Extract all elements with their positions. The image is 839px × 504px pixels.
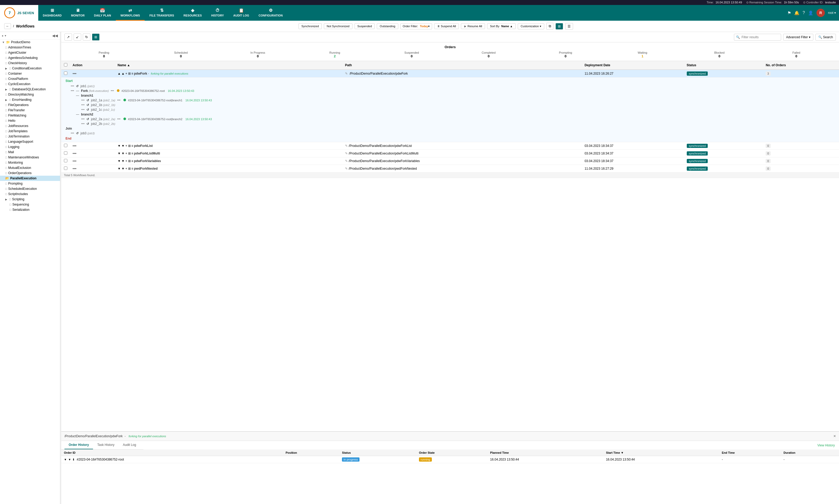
filter-input[interactable]: [734, 34, 781, 40]
sidebar-item-directorywatching[interactable]: □ DirectoryWatching: [0, 92, 60, 97]
sidebar-item-checkhistory[interactable]: □ CheckHistory: [0, 60, 60, 66]
list-icon[interactable]: ≡: [132, 144, 133, 148]
grid-icon[interactable]: ⊞: [128, 167, 131, 170]
workflow-name[interactable]: pdwForkVariables: [134, 159, 161, 163]
download-icon[interactable]: ⬇: [72, 458, 75, 461]
sidebar-item-parallelexecution[interactable]: 📂 ParallelExecution: [0, 176, 60, 181]
down-icon[interactable]: ▼: [122, 167, 125, 170]
detail-close-button[interactable]: ×: [834, 434, 836, 438]
nav-audit-log[interactable]: 📋 AUDIT LOG: [228, 5, 254, 21]
action-menu-button[interactable]: •••: [73, 151, 76, 156]
nav-daily-plan[interactable]: 📅 DAILY PLAN: [89, 5, 116, 21]
sidebar-item-databasesqlexecution[interactable]: ▶ □ DatabaseSQLExecution: [0, 87, 60, 92]
sidebar-item-filetransfer[interactable]: □ FileTransfer: [0, 108, 60, 113]
sidebar-item-monitoring[interactable]: □ Monitoring: [0, 160, 60, 165]
sidebar-collapse-all-button[interactable]: ▾: [5, 34, 6, 37]
sidebar-item-scriptincludes[interactable]: □ ScriptIncludes: [0, 192, 60, 197]
sidebar-item-scheduledexecution[interactable]: □ ScheduledExecution: [0, 186, 60, 192]
nav-resources[interactable]: ◈ RESOURCES: [179, 5, 207, 21]
grid-icon[interactable]: ⊞: [128, 72, 131, 75]
row-checkbox[interactable]: [64, 166, 67, 170]
filter-synchronized-button[interactable]: Synchronized: [298, 23, 322, 29]
sidebar-item-filewatching[interactable]: □ FileWatching: [0, 113, 60, 118]
tab-order-history[interactable]: Order History: [65, 441, 93, 449]
sidebar-expand-all-button[interactable]: ▸: [2, 34, 4, 37]
sidebar-item-agentlessscheduling[interactable]: □ AgentlessScheduling: [0, 55, 60, 60]
sidebar-item-agentcluster[interactable]: □ AgentCluster: [0, 50, 60, 55]
customization-button[interactable]: Customization ▾: [518, 23, 544, 29]
order-filter-button[interactable]: Order Filter: Today▾: [400, 23, 432, 29]
down-icon[interactable]: ▼: [122, 151, 125, 155]
sidebar-item-jobtemplates[interactable]: □ JobTemplates: [0, 129, 60, 134]
sort-by-button[interactable]: Sort By Name ▲: [487, 23, 515, 29]
nav-history[interactable]: ⏱ HISTORY: [207, 5, 228, 21]
down-icon[interactable]: ▼: [118, 159, 121, 163]
refresh-button[interactable]: ↻: [83, 34, 90, 40]
nav-dashboard[interactable]: ⊞ DASHBOARD: [38, 5, 67, 21]
user-switch-icon[interactable]: 👤: [808, 11, 813, 15]
root-label[interactable]: root ▾: [828, 11, 836, 15]
filter-not-synchronized-button[interactable]: Not Synchronized: [324, 23, 352, 29]
bell-icon[interactable]: 🔔: [794, 11, 800, 15]
nav-monitor[interactable]: 🖥 MONITOR: [66, 5, 89, 21]
list-view-button[interactable]: ☰: [565, 23, 573, 30]
help-icon[interactable]: ?: [803, 11, 805, 15]
resume-all-button[interactable]: ⏵ Resume All: [461, 23, 485, 29]
sidebar-item-container[interactable]: □ Container: [0, 71, 60, 76]
copy-button[interactable]: ⧉: [546, 23, 554, 30]
sidebar-item-cyclicexecution[interactable]: □ CyclicExecution: [0, 82, 60, 87]
grid-view-button[interactable]: ⊞: [556, 23, 563, 30]
sidebar-collapse-button[interactable]: ◀◀: [52, 34, 58, 38]
expand-icon[interactable]: ▲: [118, 72, 121, 75]
down-icon[interactable]: ▼: [118, 167, 121, 170]
add-icon[interactable]: +: [125, 167, 127, 170]
action-menu-button[interactable]: •••: [73, 159, 76, 163]
sidebar-item-maintenancewindows[interactable]: □ MaintenanceWindows: [0, 155, 60, 160]
grid-icon[interactable]: ⊞: [128, 144, 131, 148]
suspend-all-button[interactable]: ⏸ Suspend All: [434, 23, 459, 29]
flag-icon[interactable]: ⚑: [787, 11, 791, 15]
filter-suspended-button[interactable]: Suspended: [354, 23, 375, 29]
sidebar-item-fileoperations[interactable]: □ FileOperations: [0, 102, 60, 108]
action-menu-button[interactable]: •••: [73, 166, 76, 171]
row-checkbox[interactable]: [64, 71, 67, 75]
view-history-link[interactable]: View History: [818, 442, 839, 449]
sidebar-item-serialization[interactable]: □ Serialization: [0, 207, 60, 212]
advanced-filter-button[interactable]: Advanced Filter ▾: [783, 34, 813, 40]
list-icon[interactable]: ≡: [132, 159, 133, 163]
sidebar-item-languagesupport[interactable]: □ LanguageSupport: [0, 139, 60, 144]
sidebar-item-errorhandling[interactable]: ▶ □ ErrorHandling: [0, 97, 60, 102]
action-menu-button[interactable]: •••: [73, 71, 76, 76]
search-button[interactable]: 🔍 Search: [816, 34, 836, 40]
grid-icon[interactable]: ⊞: [128, 159, 131, 163]
nav-file-transfers[interactable]: ⇅ FILE TRANSFERS: [145, 5, 179, 21]
add-icon[interactable]: +: [125, 144, 127, 148]
workflow-name[interactable]: pdwForkListMulti: [134, 151, 160, 155]
sidebar-item-admissiontimes[interactable]: □ AdmissionTimes: [0, 45, 60, 50]
sidebar-item-jobtermination[interactable]: □ JobTermination: [0, 134, 60, 139]
nav-configuration[interactable]: ⚙ CONFIGURATION: [254, 5, 287, 21]
sidebar-item-crossplatform[interactable]: □ CrossPlatform: [0, 76, 60, 82]
expand-row-icon[interactable]: ▼: [64, 458, 67, 461]
up-icon[interactable]: ▲: [122, 72, 125, 75]
sidebar-item-hello[interactable]: □ Hello: [0, 118, 60, 123]
filter-outstanding-button[interactable]: Outstanding: [377, 23, 398, 29]
add-icon[interactable]: +: [125, 72, 127, 75]
avatar[interactable]: R: [817, 8, 825, 17]
select-all-checkbox[interactable]: [64, 63, 67, 67]
sidebar-item-jobresources[interactable]: □ JobResources: [0, 123, 60, 129]
row-checkbox[interactable]: [64, 159, 67, 162]
sidebar-item-logging[interactable]: □ Logging: [0, 144, 60, 149]
down-icon[interactable]: ▼: [122, 144, 125, 148]
sidebar-item-conditionalexecution[interactable]: ▶ □ ConditionalExecution: [0, 66, 60, 71]
tab-task-history[interactable]: Task History: [93, 441, 119, 449]
workflow-name[interactable]: pwdForkNested: [134, 167, 158, 170]
th-name[interactable]: Name ▲: [115, 61, 343, 70]
table-view-button[interactable]: ⊞: [92, 34, 100, 40]
workflow-name[interactable]: pdwForkList: [134, 144, 153, 148]
sidebar-item-root[interactable]: ▼ 📁 ProductDemo: [0, 39, 60, 45]
sidebar-item-mail[interactable]: □ Mail: [0, 149, 60, 155]
row-checkbox[interactable]: [64, 144, 67, 147]
expand-all-button[interactable]: ↗: [65, 34, 72, 40]
down-icon[interactable]: ▼: [118, 151, 121, 155]
